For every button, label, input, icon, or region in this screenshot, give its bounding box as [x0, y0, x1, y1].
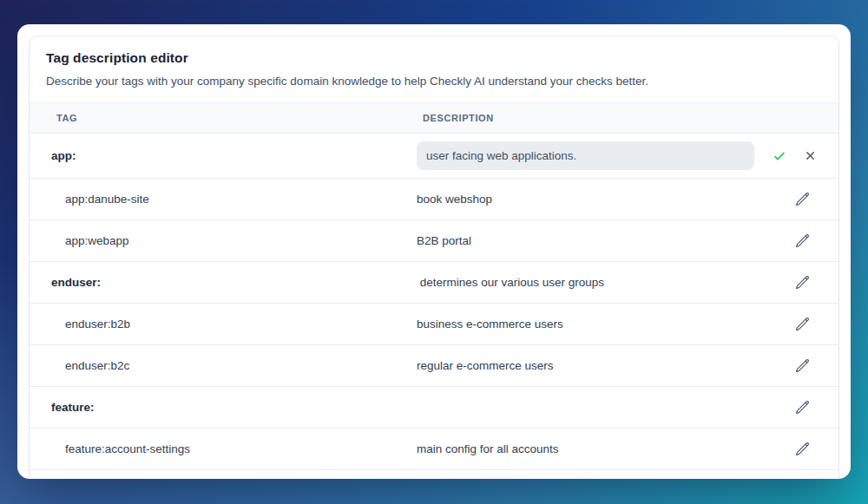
row-actions [754, 358, 838, 374]
tag-table-body: app: app:danube-site book webshop app:we… [30, 134, 838, 470]
cancel-button[interactable] [802, 148, 818, 164]
edit-button[interactable] [794, 233, 810, 249]
tag-label: enduser: [30, 276, 417, 289]
row-actions [754, 317, 838, 332]
pencil-icon [795, 358, 810, 373]
row-actions [754, 192, 838, 207]
tag-editor-card: Tag description editor Describe your tag… [17, 24, 851, 479]
table-row: feature: [30, 387, 838, 429]
table-row: app:webapp B2B portal [30, 220, 838, 262]
description-cell: business e-commerce users [417, 317, 754, 331]
pencil-icon [795, 233, 810, 248]
table-row: feature:account-settings main config for… [30, 429, 838, 470]
description-text: book webshop [417, 193, 492, 206]
description-text: business e-commerce users [417, 317, 563, 331]
pencil-icon [795, 400, 810, 415]
confirm-button[interactable] [772, 148, 787, 164]
description-text: main config for all accounts [417, 442, 559, 455]
description-cell: B2B portal [417, 234, 754, 247]
tag-label: feature: [30, 401, 417, 414]
table-row: app:danube-site book webshop [30, 179, 838, 220]
check-icon [773, 149, 786, 163]
description-cell: book webshop [417, 193, 754, 206]
tag-label: app:webapp [30, 234, 417, 247]
table-row: enduser: determines our various user gro… [30, 262, 838, 304]
column-header-tag: TAG [30, 113, 417, 123]
tag-label: feature:account-settings [30, 442, 417, 455]
pencil-icon [795, 275, 810, 290]
tag-label: enduser:b2c [30, 359, 417, 372]
edit-button[interactable] [794, 442, 810, 457]
row-actions [754, 400, 838, 416]
edit-button[interactable] [794, 275, 810, 291]
tag-label: app:danube-site [30, 193, 417, 206]
pencil-icon [795, 442, 810, 456]
tag-editor-panel: Tag description editor Describe your tag… [29, 36, 839, 479]
page-title: Tag description editor [46, 50, 822, 66]
panel-header: Tag description editor Describe your tag… [30, 50, 838, 88]
row-actions [754, 233, 838, 249]
tag-label: enduser:b2b [30, 317, 417, 331]
edit-button[interactable] [794, 192, 810, 207]
table-row: enduser:b2c regular e-commerce users [30, 345, 838, 387]
description-text: B2B portal [417, 234, 471, 247]
tag-table: TAG DESCRIPTION app: app:danube-site boo… [30, 102, 838, 470]
edit-button[interactable] [794, 400, 810, 416]
description-cell: regular e-commerce users [417, 359, 754, 372]
table-header-row: TAG DESCRIPTION [30, 102, 838, 134]
description-cell: main config for all accounts [417, 442, 754, 455]
tag-label: app: [30, 149, 417, 162]
description-text: regular e-commerce users [417, 359, 554, 372]
page-subtitle: Describe your tags with your company spe… [46, 75, 822, 88]
pencil-icon [795, 192, 810, 206]
edit-button[interactable] [794, 317, 810, 332]
row-actions [754, 148, 838, 164]
description-text: determines our various user groups [417, 276, 604, 289]
description-cell [417, 141, 754, 170]
description-input[interactable] [417, 141, 754, 170]
row-actions [754, 442, 838, 457]
table-row: app: [30, 134, 838, 179]
description-cell: determines our various user groups [417, 276, 754, 289]
table-row: enduser:b2b business e-commerce users [30, 304, 838, 345]
close-icon [804, 149, 817, 162]
column-header-description: DESCRIPTION [417, 113, 838, 123]
row-actions [754, 275, 838, 291]
edit-button[interactable] [794, 358, 810, 374]
pencil-icon [795, 317, 810, 331]
